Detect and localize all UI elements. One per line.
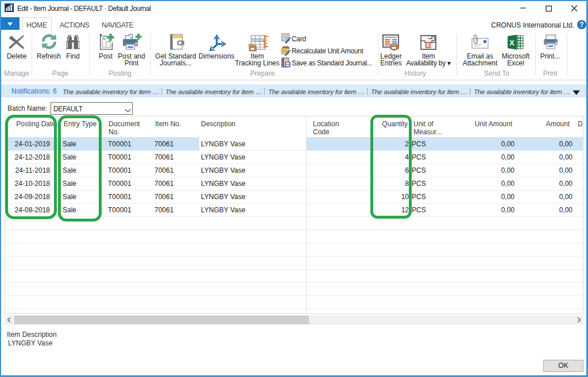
svg-text:X: X (509, 38, 514, 47)
